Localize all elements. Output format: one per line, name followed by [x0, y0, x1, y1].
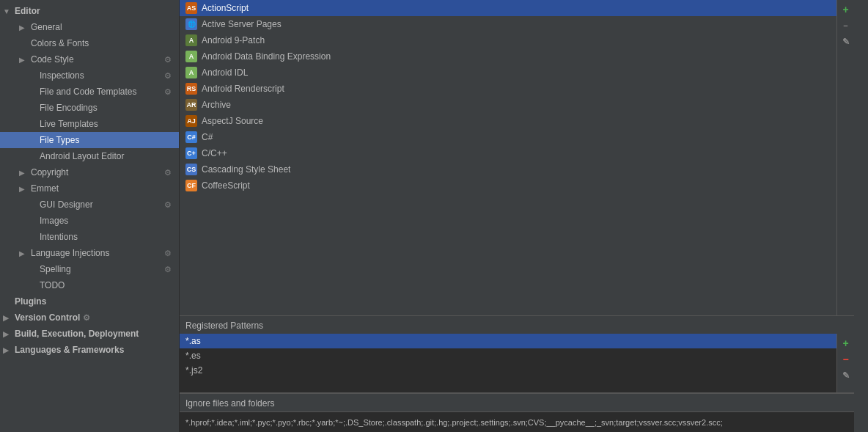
edit-file-type-button[interactable]: ✎	[839, 35, 853, 48]
file-templates-label: File and Code Templates	[40, 87, 160, 97]
gui-designer-label: GUI Designer	[40, 199, 160, 210]
file-encodings-label: File Encodings	[40, 103, 173, 113]
add-file-type-button[interactable]: +	[839, 3, 853, 16]
build-execution-arrow: ▶	[3, 330, 13, 338]
sidebar-item-android-layout-editor[interactable]: Android Layout Editor	[0, 148, 179, 164]
cpp-label: C/C++	[202, 148, 227, 158]
ignore-input-field[interactable]	[180, 411, 854, 432]
file-type-android-data-binding[interactable]: A Android Data Binding Expression	[180, 48, 836, 65]
sidebar-item-live-templates[interactable]: Live Templates	[0, 116, 179, 132]
archive-label: Archive	[202, 100, 231, 110]
pattern-js2-label: *.js2	[185, 365, 202, 376]
sidebar-group-plugins[interactable]: Plugins	[0, 293, 179, 310]
file-type-archive[interactable]: AR Archive	[180, 97, 836, 113]
live-templates-label: Live Templates	[40, 119, 173, 129]
sidebar-item-copyright[interactable]: ▶ Copyright ⚙	[0, 164, 179, 180]
active-server-pages-label: Active Server Pages	[202, 19, 282, 29]
code-style-label: Code Style	[31, 54, 160, 65]
copyright-settings-icon: ⚙	[163, 167, 173, 177]
file-type-actionscript[interactable]: AS ActionScript	[180, 0, 836, 16]
sidebar-group-build-execution[interactable]: ▶ Build, Execution, Deployment	[0, 326, 179, 342]
file-templates-settings-icon: ⚙	[163, 87, 173, 97]
file-type-android-idl[interactable]: A Android IDL	[180, 65, 836, 81]
android-9patch-icon: A	[185, 34, 197, 46]
sidebar-item-spelling[interactable]: Spelling ⚙	[0, 261, 179, 277]
pattern-row-js2[interactable]: *.js2	[180, 363, 836, 378]
plugins-label: Plugins	[15, 296, 46, 307]
android-renderscript-icon: RS	[185, 83, 197, 95]
edit-pattern-button[interactable]: ✎	[839, 369, 853, 382]
sidebar-item-code-style[interactable]: ▶ Code Style ⚙	[0, 51, 179, 67]
sidebar-group-editor[interactable]: ▼ Editor	[0, 3, 179, 19]
sidebar-item-general[interactable]: ▶ General	[0, 19, 179, 35]
languages-frameworks-label: Languages & Frameworks	[15, 345, 124, 355]
editor-label: Editor	[15, 6, 40, 16]
gui-designer-settings-icon: ⚙	[163, 199, 173, 210]
main-content: AS ActionScript 🌐 Active Server Pages A …	[180, 0, 854, 432]
remove-file-type-button[interactable]: −	[839, 19, 853, 32]
languages-frameworks-arrow: ▶	[3, 346, 13, 354]
android-9patch-label: Android 9-Patch	[202, 35, 265, 45]
remove-pattern-button[interactable]: −	[839, 353, 853, 366]
images-label: Images	[40, 216, 173, 226]
pattern-es-label: *.es	[185, 351, 201, 361]
sidebar-item-file-types[interactable]: File Types	[0, 132, 179, 148]
language-injections-settings-icon: ⚙	[163, 248, 173, 258]
sidebar-item-colors-fonts[interactable]: Colors & Fonts	[0, 35, 179, 51]
code-style-arrow: ▶	[19, 56, 28, 64]
add-pattern-button[interactable]: +	[839, 337, 853, 350]
sidebar-item-images[interactable]: Images	[0, 213, 179, 229]
registered-patterns-title: Registered Patterns	[180, 316, 854, 334]
sidebar-item-file-encodings[interactable]: File Encodings	[0, 100, 179, 116]
aspectj-label: AspectJ Source	[202, 116, 263, 126]
file-type-cpp[interactable]: C+ C/C++	[180, 145, 836, 161]
file-type-aspectj[interactable]: AJ AspectJ Source	[180, 113, 836, 129]
spelling-settings-icon: ⚙	[163, 264, 173, 274]
patterns-toolbar: + − ✎	[836, 334, 854, 392]
pattern-row-as[interactable]: *.as	[180, 334, 836, 348]
intentions-label: Intentions	[40, 232, 173, 242]
build-execution-label: Build, Execution, Deployment	[15, 329, 139, 339]
colors-fonts-label: Colors & Fonts	[31, 38, 173, 48]
settings-sidebar: ▼ Editor ▶ General Colors & Fonts ▶ Code…	[0, 0, 180, 432]
pattern-row-es[interactable]: *.es	[180, 348, 836, 363]
inspections-label: Inspections	[40, 70, 160, 81]
patterns-list: *.as *.es *.js2	[180, 334, 836, 392]
general-arrow: ▶	[19, 23, 28, 32]
file-type-active-server-pages[interactable]: 🌐 Active Server Pages	[180, 16, 836, 32]
sidebar-item-emmet[interactable]: ▶ Emmet	[0, 180, 179, 197]
spelling-label: Spelling	[40, 264, 160, 274]
sidebar-item-intentions[interactable]: Intentions	[0, 229, 179, 245]
sidebar-group-languages-frameworks[interactable]: ▶ Languages & Frameworks	[0, 342, 179, 358]
pattern-as-label: *.as	[185, 336, 201, 346]
css-label: Cascading Style Sheet	[202, 164, 290, 175]
sidebar-item-todo[interactable]: TODO	[0, 277, 179, 293]
actionscript-icon: AS	[185, 2, 197, 14]
copyright-label: Copyright	[31, 167, 160, 177]
registered-patterns-section: Registered Patterns *.as *.es *.js2 + −	[180, 316, 854, 432]
coffeescript-label: CoffeeScript	[202, 180, 250, 191]
file-type-csharp[interactable]: C# C#	[180, 129, 836, 145]
sidebar-group-version-control[interactable]: ▶ Version Control ⚙	[0, 310, 179, 326]
css-icon: CS	[185, 164, 197, 175]
csharp-label: C#	[202, 132, 213, 142]
sidebar-item-file-code-templates[interactable]: File and Code Templates ⚙	[0, 84, 179, 100]
file-type-android-renderscript[interactable]: RS Android Renderscript	[180, 81, 836, 97]
archive-icon: AR	[185, 99, 197, 111]
sidebar-item-language-injections[interactable]: ▶ Language Injections ⚙	[0, 245, 179, 261]
aspectj-icon: AJ	[185, 115, 197, 127]
language-injections-label: Language Injections	[31, 248, 160, 258]
emmet-label: Emmet	[31, 183, 173, 194]
language-injections-arrow: ▶	[19, 249, 28, 257]
android-data-binding-icon: A	[185, 51, 197, 62]
version-control-arrow: ▶	[3, 314, 13, 322]
ignore-section-title: Ignore files and folders	[180, 394, 854, 411]
file-type-android-9patch[interactable]: A Android 9-Patch	[180, 32, 836, 48]
file-type-css[interactable]: CS Cascading Style Sheet	[180, 161, 836, 177]
ignore-section: Ignore files and folders	[180, 393, 854, 432]
sidebar-item-gui-designer[interactable]: GUI Designer ⚙	[0, 197, 179, 213]
android-layout-label: Android Layout Editor	[40, 151, 173, 161]
file-type-coffeescript[interactable]: CF CoffeeScript	[180, 177, 836, 194]
android-idl-label: Android IDL	[202, 67, 248, 78]
sidebar-item-inspections[interactable]: Inspections ⚙	[0, 67, 179, 84]
